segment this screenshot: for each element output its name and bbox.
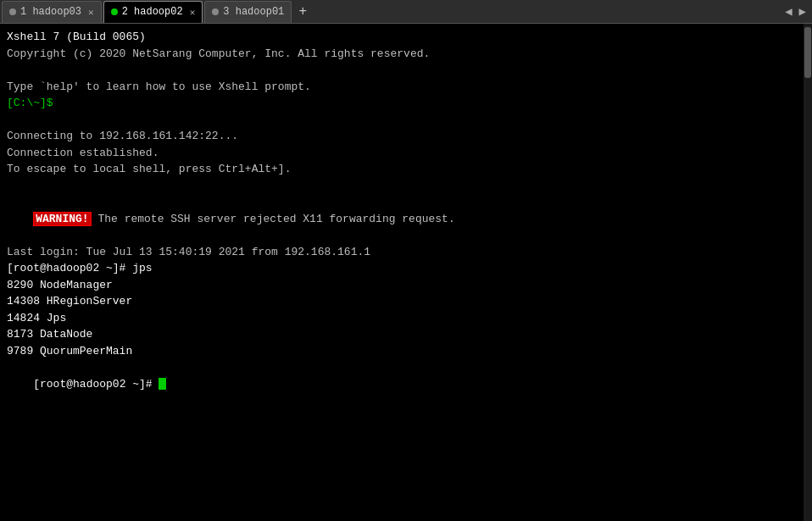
terminal-line-18: 9789 QuorumPeerMain <box>7 343 805 360</box>
terminal-line-15: 14308 HRegionServer <box>7 293 805 310</box>
tab-nav-left[interactable]: ◀ <box>782 4 794 19</box>
tab-hadoop01[interactable]: 3 hadoop01 <box>204 1 292 23</box>
terminal-cursor <box>159 378 166 390</box>
terminal-line-5: [C:\~]$ <box>7 95 805 112</box>
tab-nav-right[interactable]: ▶ <box>797 4 809 19</box>
terminal-line-1: Xshell 7 (Build 0065) <box>7 29 805 46</box>
terminal-line-12: Last login: Tue Jul 13 15:40:19 2021 fro… <box>7 244 805 261</box>
terminal-line-13: [root@hadoop02 ~]# jps <box>7 260 805 277</box>
tab-hadoop02[interactable]: 2 hadoop02 ✕ <box>103 1 203 23</box>
terminal-line-17: 8173 DataNode <box>7 326 805 343</box>
terminal-prompt-line: [root@hadoop02 ~]# <box>7 359 805 409</box>
terminal-line-14: 8290 NodeManager <box>7 277 805 294</box>
warning-badge: WARNING! <box>33 212 91 226</box>
terminal[interactable]: Xshell 7 (Build 0065) Copyright (c) 2020… <box>0 24 812 521</box>
tab-nav: ◀ ▶ <box>782 4 812 19</box>
tab-label-2: 2 hadoop02 <box>122 6 183 18</box>
terminal-prompt: [root@hadoop02 ~]# <box>33 378 159 391</box>
tab-label-3: 3 hadoop01 <box>223 6 284 18</box>
add-tab-button[interactable]: + <box>293 3 312 21</box>
terminal-line-6 <box>7 112 805 129</box>
terminal-line-16: 14824 Jps <box>7 310 805 327</box>
tab-close-1[interactable]: ✕ <box>88 7 94 18</box>
terminal-line-8: Connection established. <box>7 145 805 162</box>
tab-dot-2 <box>111 8 118 15</box>
tab-hadoop03[interactable]: 1 hadoop03 ✕ <box>2 1 102 23</box>
tab-dot-3 <box>212 8 219 15</box>
tab-bar: 1 hadoop03 ✕ 2 hadoop02 ✕ 3 hadoop01 + ◀… <box>0 0 812 24</box>
terminal-line-9: To escape to local shell, press Ctrl+Alt… <box>7 161 805 178</box>
terminal-line-7: Connecting to 192.168.161.142:22... <box>7 128 805 145</box>
terminal-warning-line: WARNING! The remote SSH server rejected … <box>7 194 805 244</box>
tab-close-2[interactable]: ✕ <box>190 7 196 18</box>
terminal-line-2: Copyright (c) 2020 NetSarang Computer, I… <box>7 46 805 63</box>
tab-label-1: 1 hadoop03 <box>20 6 81 18</box>
terminal-line-10 <box>7 178 805 195</box>
terminal-line-3 <box>7 62 805 79</box>
terminal-line-4: Type `help' to learn how to use Xshell p… <box>7 79 805 96</box>
scrollbar-thumb[interactable] <box>804 27 811 78</box>
warning-text: The remote SSH server rejected X11 forwa… <box>92 213 455 225</box>
scrollbar[interactable] <box>804 24 812 521</box>
tab-dot-1 <box>9 8 16 15</box>
